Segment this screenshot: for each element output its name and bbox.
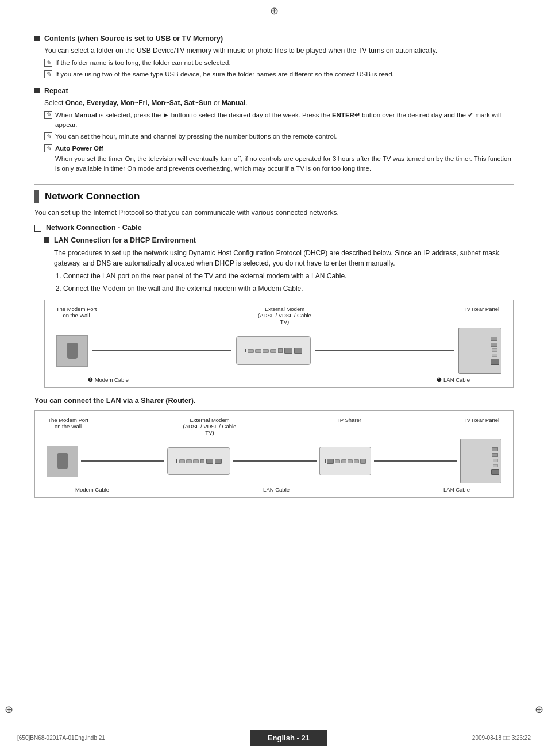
diag1-lan-cable-label: ❶ LAN Cable xyxy=(437,377,470,383)
repeat-section: Repeat Select Once, Everyday, Mon~Fri, M… xyxy=(34,87,514,174)
network-section: Network Connection You can set up the In… xyxy=(34,184,514,498)
repeat-note-1: ✎ When Manual is selected, press the ► b… xyxy=(44,110,514,131)
diag2-ip-sharer xyxy=(319,447,371,475)
diag1-ext-modem xyxy=(236,336,311,365)
diag2-modem-cable xyxy=(81,460,164,462)
diag2-tv-rear-label: TV Rear Panel xyxy=(461,417,501,423)
footer-right: 2009-03-18 □□ 3:26:22 xyxy=(472,735,531,741)
contents-note-2: ✎ If you are using two of the same type … xyxy=(44,70,514,79)
router-heading: You can connect the LAN via a Sharer (Ro… xyxy=(34,397,514,405)
cable-heading-row: Network Connection - Cable xyxy=(34,224,514,232)
contents-note-text-2: If you are using two of the same type US… xyxy=(55,70,394,79)
diag2-lan-cable-label-2: LAN Cable xyxy=(443,486,470,493)
lan-dhcp-heading: LAN Connection for a DHCP Environment xyxy=(54,236,196,244)
crosshair-bottom-right-icon: ⊕ xyxy=(535,703,543,716)
auto-power-icon: ✎ xyxy=(44,144,52,152)
lan-dhcp-body: The procedures to set up the network usi… xyxy=(54,248,514,268)
checkbox-icon xyxy=(34,225,41,232)
auto-power-heading: Auto Power Off xyxy=(55,145,103,152)
auto-power-off-section: ✎ Auto Power Off When you set the timer … xyxy=(44,144,514,174)
repeat-bullet-icon xyxy=(34,88,40,93)
diag1-modem-cable xyxy=(92,350,231,351)
diag1-modem-port-label: The Modem Port on the Wall xyxy=(53,306,99,318)
repeat-note-text-2: You can set the hour, minute and channel… xyxy=(55,132,337,141)
diag2-modem-port-label: The Modem Port on the Wall xyxy=(47,417,90,429)
contents-heading: Contents (when Source is set to USB or T… xyxy=(44,34,223,43)
crosshair-bottom-left-icon: ⊕ xyxy=(5,703,13,716)
diag2-modem-cable-label: Modem Cable xyxy=(75,486,109,493)
cable-heading: Network Connection - Cable xyxy=(46,224,142,232)
repeat-body: Select Once, Everyday, Mon~Fri, Mon~Sat,… xyxy=(44,98,514,108)
diagram-2: The Modem Port on the Wall External Mode… xyxy=(34,410,514,498)
diag1-modem-cable-label: ❷ Modem Cable xyxy=(88,377,129,383)
diag1-tv-rear xyxy=(458,328,501,374)
repeat-note-icon-2: ✎ xyxy=(44,132,52,140)
repeat-note-2: ✎ You can set the hour, minute and chann… xyxy=(44,132,514,141)
steps-list: Connect the LAN port on the rear panel o… xyxy=(63,271,514,294)
lan-dhcp-heading-row: LAN Connection for a DHCP Environment xyxy=(44,236,514,244)
diag2-lan-cable-1 xyxy=(233,460,317,462)
repeat-heading: Repeat xyxy=(44,87,68,95)
network-title-row: Network Connection xyxy=(34,190,514,203)
bullet-square-icon xyxy=(34,36,40,41)
diag1-tv-rear-label: TV Rear Panel xyxy=(458,306,504,312)
diag2-lan-cable-label-1: LAN Cable xyxy=(263,486,290,493)
lan-bullet-icon xyxy=(44,237,49,243)
network-bar-icon xyxy=(34,190,39,203)
network-body: You can set up the Internet Protocol so … xyxy=(34,208,514,218)
note-icon-1: ✎ xyxy=(44,59,52,67)
diag1-ext-modem-label: External Modem(ADSL / VDSL / Cable TV) xyxy=(253,306,317,325)
contents-note-1: ✎ If the folder name is too long, the fo… xyxy=(44,58,514,68)
step-2: Connect the Modem on the wall and the ex… xyxy=(63,283,514,294)
step-1: Connect the LAN port on the rear panel o… xyxy=(63,271,514,281)
diag2-wall-port xyxy=(47,446,78,477)
footer-left: [650]BN68-02017A-01Eng.indb 21 xyxy=(17,735,105,741)
diag2-ext-modem-label: External Modem(ADSL / VDSL / Cable TV) xyxy=(181,417,238,436)
repeat-heading-row: Repeat xyxy=(34,87,514,95)
footer-page-number: English - 21 xyxy=(250,730,327,746)
crosshair-top-icon: ⊕ xyxy=(270,5,279,17)
contents-note-text-1: If the folder name is too long, the fold… xyxy=(55,58,231,68)
page: ⊕ Contents (when Source is set to USB or… xyxy=(0,0,548,756)
auto-power-text: Auto Power Off When you set the timer On… xyxy=(55,144,514,174)
contents-section: Contents (when Source is set to USB or T… xyxy=(34,34,514,80)
diag1-lan-cable xyxy=(315,350,454,351)
contents-heading-row: Contents (when Source is set to USB or T… xyxy=(34,34,514,43)
diag2-lan-cable-2 xyxy=(374,460,457,462)
diag2-ip-sharer-label: IP Sharer xyxy=(330,417,370,423)
repeat-note-text-1: When Manual is selected, press the ► but… xyxy=(55,110,514,131)
contents-body: You can select a folder on the USB Devic… xyxy=(44,45,514,56)
diagram-1: The Modem Port on the Wall External Mode… xyxy=(44,300,514,388)
network-title: Network Connection xyxy=(45,191,140,202)
repeat-note-icon-1: ✎ xyxy=(44,111,52,119)
footer: [650]BN68-02017A-01Eng.indb 21 English -… xyxy=(0,719,548,756)
diag2-ext-modem xyxy=(167,447,230,475)
diag1-wall-port xyxy=(56,335,88,367)
note-icon-2: ✎ xyxy=(44,70,52,78)
auto-power-body: When you set the timer On, the televisio… xyxy=(55,155,511,172)
diag2-tv-rear xyxy=(460,439,501,483)
